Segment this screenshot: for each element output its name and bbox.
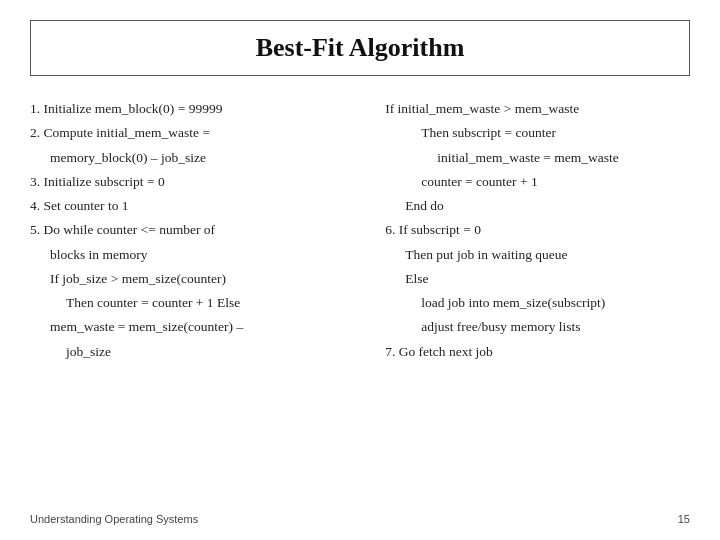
- right-line: 7. Go fetch next job: [385, 341, 690, 363]
- left-column: 1. Initialize mem_block(0) = 999992. Com…: [30, 98, 365, 503]
- right-line: Then put job in waiting queue: [385, 244, 690, 266]
- right-line: Else: [385, 268, 690, 290]
- right-line: Then subscript = counter: [385, 122, 690, 144]
- left-line: memory_block(0) – job_size: [30, 147, 365, 169]
- title-box: Best-Fit Algorithm: [30, 20, 690, 76]
- left-line: Then counter = counter + 1 Else: [30, 292, 365, 314]
- left-line: 1. Initialize mem_block(0) = 99999: [30, 98, 365, 120]
- right-column: If initial_mem_waste > mem_wasteThen sub…: [385, 98, 690, 503]
- footer: Understanding Operating Systems 15: [30, 503, 690, 525]
- left-line: 2. Compute initial_mem_waste =: [30, 122, 365, 144]
- content-area: 1. Initialize mem_block(0) = 999992. Com…: [30, 98, 690, 503]
- right-line: adjust free/busy memory lists: [385, 316, 690, 338]
- left-line: job_size: [30, 341, 365, 363]
- right-line: initial_mem_waste = mem_waste: [385, 147, 690, 169]
- left-line: If job_size > mem_size(counter): [30, 268, 365, 290]
- right-line: 6. If subscript = 0: [385, 219, 690, 241]
- left-line: 5. Do while counter <= number of: [30, 219, 365, 241]
- left-line: blocks in memory: [30, 244, 365, 266]
- slide: Best-Fit Algorithm 1. Initialize mem_blo…: [0, 0, 720, 540]
- slide-title: Best-Fit Algorithm: [256, 33, 465, 62]
- right-line: End do: [385, 195, 690, 217]
- left-line: 4. Set counter to 1: [30, 195, 365, 217]
- footer-right: 15: [678, 513, 690, 525]
- left-line: mem_waste = mem_size(counter) –: [30, 316, 365, 338]
- right-line: load job into mem_size(subscript): [385, 292, 690, 314]
- right-line: If initial_mem_waste > mem_waste: [385, 98, 690, 120]
- right-line: counter = counter + 1: [385, 171, 690, 193]
- left-line: 3. Initialize subscript = 0: [30, 171, 365, 193]
- footer-left: Understanding Operating Systems: [30, 513, 198, 525]
